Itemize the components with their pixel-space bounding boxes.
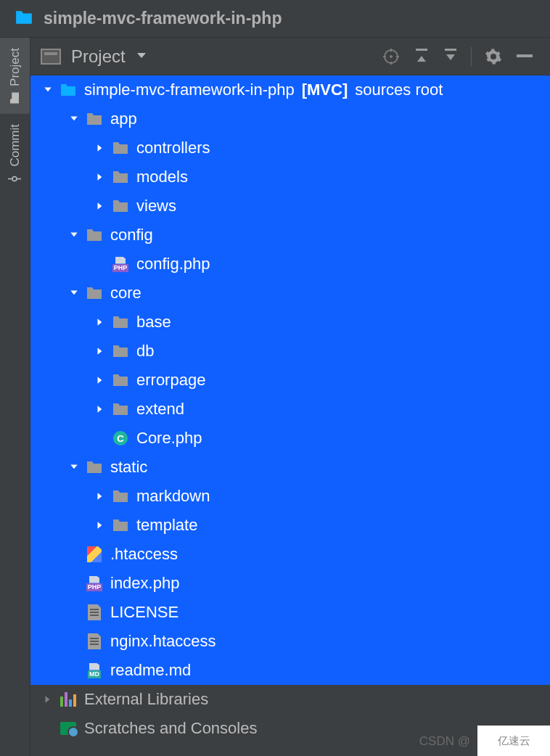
file-icon (86, 226, 103, 244)
tree-folder-core[interactable]: core (30, 279, 550, 308)
svg-rect-11 (517, 54, 533, 57)
file-icon (112, 313, 129, 331)
tree-folder-app[interactable]: app (30, 104, 550, 133)
tree-folder-markdown[interactable]: markdown (30, 482, 550, 511)
file-icon: MD (86, 662, 103, 679)
gear-icon[interactable] (485, 48, 502, 65)
expand-arrow-icon[interactable] (93, 520, 107, 530)
expand-arrow-icon[interactable] (93, 201, 107, 211)
project-folder-icon (15, 9, 33, 28)
project-panel-header: Project (30, 38, 550, 75)
chevron-down-icon[interactable] (136, 50, 147, 63)
file-icon: C (112, 430, 129, 447)
file-icon: PHP (112, 255, 129, 273)
tree-file-index-php[interactable]: PHPindex.php (30, 569, 550, 598)
project-tree[interactable]: simple-mvc-framework-in-php[MVC]sources … (30, 75, 550, 756)
file-icon (59, 81, 77, 99)
file-icon (86, 546, 103, 563)
expand-arrow-icon[interactable] (41, 85, 55, 95)
file-icon (86, 459, 103, 476)
expand-arrow-icon[interactable] (93, 317, 107, 327)
expand-arrow-icon[interactable] (93, 172, 107, 182)
tool-window-bar: Project Commit (0, 38, 30, 756)
tree-folder-views[interactable]: views (30, 192, 550, 221)
tree-folder-extend[interactable]: extend (30, 395, 550, 424)
file-icon (112, 139, 129, 157)
tree-folder-base[interactable]: base (30, 308, 550, 337)
file-icon (112, 197, 129, 215)
file-icon (86, 110, 103, 128)
sidebar-tab-project[interactable]: Project (0, 38, 30, 114)
expand-arrow-icon[interactable] (93, 375, 107, 385)
expand-arrow-icon[interactable] (93, 346, 107, 356)
file-icon (112, 488, 129, 505)
tree-file-LICENSE[interactable]: LICENSE (30, 598, 550, 627)
file-icon (112, 517, 129, 534)
tree-folder-config[interactable]: config (30, 221, 550, 250)
tree-folder-db[interactable]: db (30, 337, 550, 366)
tree-file-nginx-htaccess[interactable]: nginx.htaccess (30, 627, 550, 656)
expand-arrow-icon[interactable] (93, 404, 107, 414)
expand-arrow-icon[interactable] (67, 288, 81, 298)
logo-watermark: 亿速云 (477, 726, 550, 756)
expand-arrow-icon[interactable] (67, 114, 81, 124)
file-icon (112, 400, 129, 418)
file-icon: PHP (86, 575, 103, 592)
project-title: simple-mvc-framework-in-php (44, 9, 282, 28)
expand-arrow-icon[interactable] (67, 462, 81, 472)
tree-scratches[interactable]: Scratches and Consoles (30, 714, 550, 743)
tree-file-Core-php[interactable]: CCore.php (30, 424, 550, 453)
tree-folder-static[interactable]: static (30, 453, 550, 482)
tree-external-libraries[interactable]: External Libraries (30, 685, 550, 714)
file-icon (59, 691, 77, 708)
tree-folder-controllers[interactable]: controllers (30, 133, 550, 163)
tree-file-config-php[interactable]: PHPconfig.php (30, 250, 550, 279)
target-icon[interactable] (382, 48, 400, 65)
svg-point-4 (390, 55, 393, 58)
svg-rect-10 (445, 49, 456, 51)
tree-folder-errorpage[interactable]: errorpage (30, 366, 550, 395)
hide-icon[interactable] (517, 54, 533, 59)
file-icon (112, 342, 129, 360)
project-view-icon (41, 49, 61, 65)
tree-file-readme-md[interactable]: MDreadme.md (30, 656, 550, 685)
tree-file--htaccess[interactable]: .htaccess (30, 540, 550, 569)
tree-folder-template[interactable]: template (30, 511, 550, 540)
panel-title[interactable]: Project (71, 46, 126, 67)
file-icon (59, 720, 77, 737)
svg-rect-9 (416, 49, 427, 51)
file-icon (86, 633, 103, 650)
expand-arrow-icon[interactable] (41, 694, 55, 704)
expand-arrow-icon[interactable] (93, 143, 107, 153)
tree-root[interactable]: simple-mvc-framework-in-php[MVC]sources … (30, 75, 550, 104)
file-icon (112, 371, 129, 389)
titlebar: simple-mvc-framework-in-php (0, 0, 550, 38)
csdn-watermark: CSDN @ (419, 734, 470, 749)
sidebar-tab-commit[interactable]: Commit (0, 114, 30, 196)
collapse-all-icon[interactable] (443, 49, 458, 65)
expand-all-icon[interactable] (414, 49, 429, 65)
tree-folder-models[interactable]: models (30, 163, 550, 192)
expand-arrow-icon[interactable] (67, 230, 81, 240)
file-icon (112, 168, 129, 186)
file-icon (86, 604, 103, 621)
svg-point-0 (13, 176, 17, 181)
expand-arrow-icon[interactable] (93, 491, 107, 501)
file-icon (86, 284, 103, 302)
